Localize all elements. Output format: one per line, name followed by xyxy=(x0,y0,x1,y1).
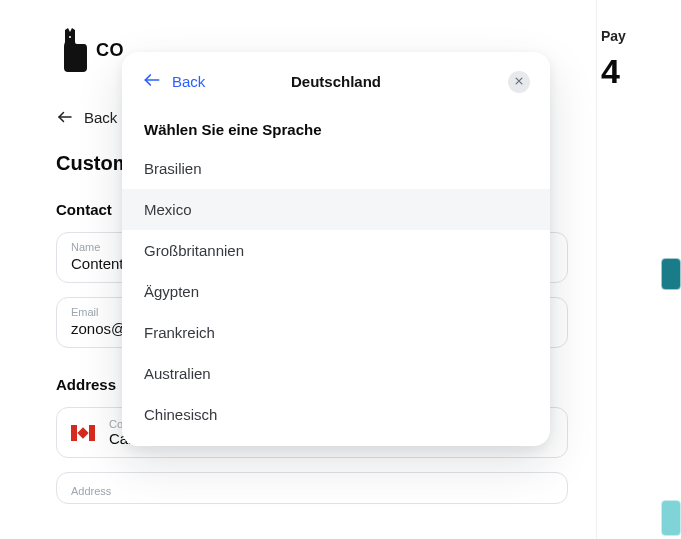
close-icon xyxy=(514,75,524,89)
modal-back-label: Back xyxy=(172,73,205,90)
language-option[interactable]: Mexico xyxy=(122,189,550,230)
llama-icon xyxy=(56,28,90,72)
page-back-label: Back xyxy=(84,109,117,126)
modal-title: Deutschland xyxy=(291,73,381,90)
modal-subtitle: Wählen Sie eine Sprache xyxy=(122,109,550,148)
language-option[interactable]: Chinesisch xyxy=(122,394,550,435)
canada-flag-icon xyxy=(71,425,95,441)
modal-close-button[interactable] xyxy=(508,71,530,93)
brand-name: CO xyxy=(96,40,124,61)
language-option[interactable]: Großbritannien xyxy=(122,230,550,271)
arrow-left-icon xyxy=(56,108,74,126)
product-thumbnail-2[interactable] xyxy=(661,500,681,536)
language-option[interactable]: Brasilien xyxy=(122,148,550,189)
modal-back-button[interactable]: Back xyxy=(142,70,205,93)
language-option[interactable]: Ägypten xyxy=(122,271,550,312)
language-option-list: BrasilienMexicoGroßbritannienÄgyptenFran… xyxy=(122,148,550,435)
address-field-label: Address xyxy=(71,485,111,497)
pay-amount: 4 xyxy=(597,52,620,91)
language-option[interactable]: Frankreich xyxy=(122,312,550,353)
language-option[interactable]: Australien xyxy=(122,353,550,394)
pay-label: Pay xyxy=(597,28,626,44)
arrow-left-icon xyxy=(142,70,162,93)
product-thumbnail-1[interactable] xyxy=(661,258,681,290)
summary-column: Pay 4 xyxy=(596,0,681,539)
address-field[interactable]: Address xyxy=(56,472,568,504)
language-modal: Back Deutschland Wählen Sie eine Sprache… xyxy=(122,52,550,446)
